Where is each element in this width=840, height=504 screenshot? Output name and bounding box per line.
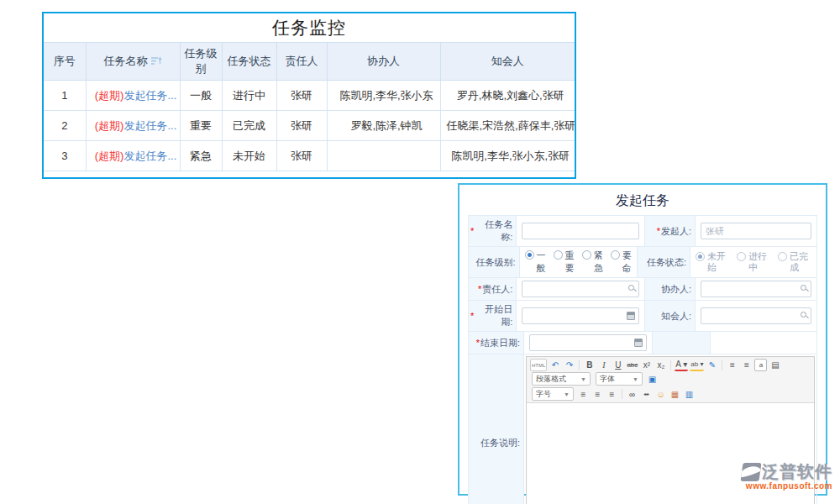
radio-label: 一般 (537, 249, 546, 275)
required-asterisk: * (470, 226, 474, 236)
overdue-tag: (超期) (95, 150, 124, 162)
radio-icon[interactable] (737, 252, 746, 261)
radio-option-未开始[interactable]: 未开始 (696, 251, 729, 272)
undo-icon[interactable]: ↶ (549, 359, 561, 371)
bold-icon[interactable]: B (583, 359, 596, 371)
calendar-icon[interactable] (627, 312, 635, 320)
sort-icon[interactable] (151, 55, 162, 68)
initiate-task-form-panel: 发起任务 *任务名称: *发起人: 任务级别: 一般重要紧急要命 任务状态: 未… (458, 183, 827, 496)
cell-status: 已完成 (222, 111, 276, 141)
paste-icon[interactable]: ▤ (769, 359, 781, 371)
paragraph-format-dropdown[interactable]: 段落格式▼ (532, 372, 591, 386)
search-icon[interactable] (801, 312, 806, 318)
link-icon[interactable]: ∞ (626, 388, 638, 401)
highlight-color-icon[interactable]: ab ▾ (690, 360, 704, 371)
chevron-down-icon: ▼ (580, 376, 586, 382)
radio-option-要命[interactable]: 要命 (611, 249, 632, 275)
emoticon-icon[interactable]: ☺ (654, 388, 667, 401)
col-informed: 知会人 (440, 43, 575, 81)
radio-option-一般[interactable]: 一般 (525, 249, 546, 275)
unordered-list-icon[interactable]: ≡ (740, 359, 753, 371)
brand-watermark: 泛普软件 www.fanpusoft.com (722, 460, 832, 491)
initiator-field (696, 216, 816, 246)
align-right-icon[interactable]: ≡ (606, 388, 618, 401)
status-label: 任务状态: (637, 247, 690, 277)
chevron-down-icon: ▼ (564, 391, 570, 397)
image-icon[interactable]: ▦ (669, 388, 681, 401)
radio-icon[interactable] (525, 250, 534, 260)
cell-level: 紧急 (180, 141, 222, 171)
cell-task-name: (超期)发起任务... (86, 141, 180, 171)
status-radio-group: 未开始进行中已完成 (696, 251, 811, 272)
helper-input[interactable] (701, 281, 811, 297)
initiator-label: *发起人: (644, 216, 696, 246)
search-icon[interactable] (801, 285, 806, 291)
form-row-start-informed: *开始日期: 知会人: (469, 301, 816, 332)
brand-url: www.fanpusoft.com (722, 481, 832, 491)
radio-option-进行中[interactable]: 进行中 (737, 251, 770, 272)
media-icon[interactable]: ▥ (683, 388, 696, 401)
required-asterisk: * (657, 226, 660, 236)
cell-seq: 1 (44, 81, 86, 111)
radio-option-紧急[interactable]: 紧急 (582, 249, 603, 275)
col-seq: 序号 (44, 43, 86, 81)
font-family-dropdown[interactable]: 字体▼ (596, 372, 643, 386)
start-date-input[interactable] (522, 307, 639, 324)
font-color-icon[interactable]: A ▾ (675, 360, 688, 371)
col-task-name: 任务名称 (86, 43, 180, 81)
cell-level: 重要 (180, 111, 222, 141)
subscript-icon[interactable]: x₂ (654, 359, 667, 371)
owner-input[interactable] (522, 281, 639, 297)
cell-helpers: 罗毅,陈泽,钟凯 (327, 111, 440, 141)
task-link[interactable]: 发起任务... (123, 89, 176, 102)
unlink-icon[interactable]: ∞ (640, 388, 653, 401)
calendar-icon[interactable] (634, 339, 643, 347)
radio-option-已完成[interactable]: 已完成 (778, 251, 811, 272)
required-asterisk: * (470, 311, 474, 321)
informed-input[interactable] (701, 307, 811, 324)
cell-helpers (327, 141, 440, 171)
col-helpers: 协办人 (327, 43, 440, 81)
radio-icon[interactable] (554, 250, 563, 260)
superscript-icon[interactable]: x² (640, 359, 653, 371)
cell-helpers: 陈凯明,李华,张小东 (327, 81, 440, 111)
ordered-list-icon[interactable]: ≡ (726, 359, 738, 371)
toolbar-separator (670, 360, 671, 370)
initiator-input[interactable] (701, 223, 811, 239)
radio-icon[interactable] (611, 250, 620, 260)
col-level: 任务级别 (180, 43, 222, 81)
font-size-dropdown[interactable]: 字号▼ (532, 387, 574, 401)
align-left-icon[interactable]: ≡ (577, 388, 590, 401)
search-icon[interactable] (628, 285, 634, 291)
start-date-field (517, 301, 644, 331)
task-link[interactable]: 发起任务... (123, 150, 176, 162)
redo-icon[interactable]: ↷ (563, 359, 575, 371)
panel-title: 任务监控 (44, 13, 575, 42)
task-link[interactable]: 发起任务... (123, 119, 176, 132)
task-name-input[interactable] (522, 223, 639, 239)
informed-label: 知会人: (644, 301, 696, 331)
end-date-input[interactable] (529, 334, 647, 351)
source-code-icon[interactable]: HTML (530, 359, 547, 371)
format-painter-icon[interactable]: ✎ (706, 359, 718, 371)
align-center-icon[interactable]: ≡ (591, 388, 604, 401)
radio-label: 重要 (565, 249, 575, 275)
owner-field (517, 278, 644, 300)
cell-owner: 张研 (276, 81, 327, 111)
radio-icon[interactable] (778, 252, 787, 261)
italic-icon[interactable]: I (597, 359, 610, 371)
underline-icon[interactable]: U (612, 359, 624, 371)
anchor-icon[interactable]: a (754, 359, 767, 371)
strikethrough-icon[interactable]: abc (626, 359, 638, 371)
radio-option-重要[interactable]: 重要 (554, 249, 575, 275)
cell-level: 一般 (180, 81, 222, 111)
radio-label: 要命 (622, 249, 632, 275)
cell-owner: 张研 (276, 111, 327, 141)
toolbar-separator (579, 360, 580, 370)
radio-icon[interactable] (696, 252, 705, 261)
cell-status: 未开始 (222, 141, 276, 171)
fanpu-logo-icon (740, 463, 761, 481)
radio-icon[interactable] (582, 250, 591, 260)
form-row-owner-helper: *责任人: 协办人: (469, 278, 816, 301)
fullscreen-icon[interactable]: ▣ (646, 373, 659, 386)
